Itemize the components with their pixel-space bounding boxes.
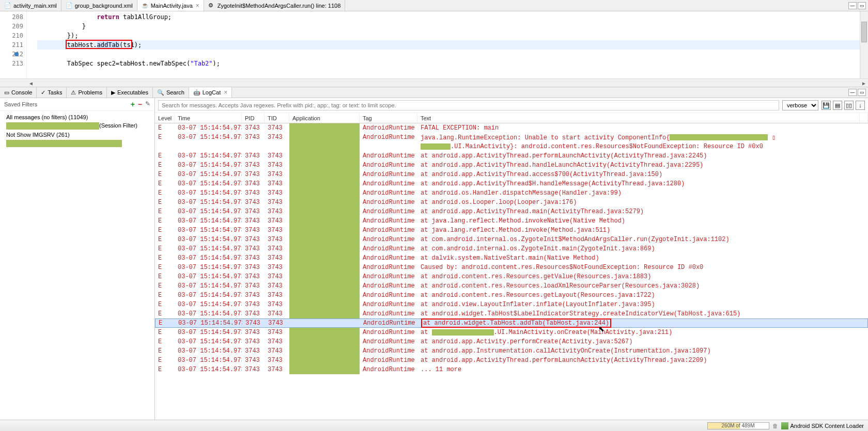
add-filter-icon[interactable]: + (131, 100, 135, 108)
minimize-panel-button[interactable]: — (848, 89, 857, 96)
code-editor[interactable]: 208209210211212213 return tab1AllGroup; … (0, 11, 868, 78)
clear-log-icon[interactable]: ▤ (833, 101, 842, 110)
view-tab-icon: ▭ (4, 89, 9, 96)
breakpoint-marker[interactable] (14, 52, 19, 56)
view-tab-console[interactable]: ▭Console (0, 87, 37, 98)
file-icon: ⚙ (208, 2, 215, 9)
file-icon: 📄 (66, 2, 73, 9)
view-tab-tasks[interactable]: ✓Tasks (37, 87, 67, 98)
log-row[interactable]: E03-07 15:14:54.97337433743AndroidRuntim… (155, 365, 868, 374)
log-row[interactable]: E03-07 15:14:54.97337433743AndroidRuntim… (155, 281, 868, 291)
filter-item-0[interactable]: All messages (no filters) (11049) (4, 113, 150, 121)
log-row[interactable]: .UI.MainActivity}: android.content.res.R… (155, 142, 868, 151)
view-tab-label: Problems (78, 89, 102, 95)
log-table-header: Level Time PID TID Application Tag Text (155, 113, 868, 123)
edit-filter-icon[interactable]: ✎ (145, 100, 150, 108)
view-tab-label: Console (11, 89, 32, 95)
log-row[interactable]: E03-07 15:14:54.97337433743AndroidRuntim… (155, 318, 868, 328)
view-tab-label: LogCat (203, 89, 221, 95)
saved-filters-title: Saved Filters (4, 101, 131, 107)
log-row[interactable]: E03-07 15:14:54.97337433743AndroidRuntim… (155, 170, 868, 179)
status-loader-text: Android SDK Content Loader (791, 423, 864, 429)
log-row[interactable]: E03-07 15:14:54.97337433743AndroidRuntim… (155, 300, 868, 309)
log-row[interactable]: E03-07 15:14:54.97337433743AndroidRuntim… (155, 337, 868, 346)
editor-tab-bar: 📄activity_main.xml📄group_background.xml☕… (0, 0, 868, 11)
editor-vertical-scrollbar[interactable] (860, 11, 868, 78)
view-tab-icon: ✓ (41, 89, 45, 96)
log-row[interactable]: E03-07 15:14:54.97337433743AndroidRuntim… (155, 198, 868, 207)
log-row[interactable]: E03-07 15:14:54.97337433743AndroidRuntim… (155, 346, 868, 356)
log-row[interactable]: E03-07 15:14:54.97337433743AndroidRuntim… (155, 244, 868, 253)
log-row[interactable]: E03-07 15:14:54.97337433743AndroidRuntim… (155, 309, 868, 318)
saved-filters-panel: Saved Filters + − ✎ All messages (no fil… (0, 98, 155, 420)
remove-filter-icon[interactable]: − (138, 100, 142, 108)
views-tab-bar: ▭Console✓Tasks⚠Problems▶Executables🔍Sear… (0, 87, 868, 98)
col-header-app[interactable]: Application (289, 113, 360, 123)
view-tab-label: Executables (117, 89, 148, 95)
tab-label: MainActivity.java (151, 3, 193, 9)
col-header-pid[interactable]: PID (242, 113, 265, 123)
col-header-text[interactable]: Text (417, 113, 860, 123)
editor-horizontal-scrollbar[interactable]: ◄ ► (0, 78, 868, 87)
log-row[interactable]: E03-07 15:14:54.97337433743AndroidRuntim… (155, 216, 868, 226)
file-icon: 📄 (4, 2, 11, 9)
log-rows-container[interactable]: E03-07 15:14:54.97337433743AndroidRuntim… (155, 123, 868, 374)
line-number-gutter: 208209210211212213 (0, 11, 27, 78)
view-tab-executables[interactable]: ▶Executables (107, 87, 153, 98)
log-row[interactable]: E03-07 15:14:54.97337433743AndroidRuntim… (155, 188, 868, 198)
col-header-tag[interactable]: Tag (360, 113, 417, 123)
log-level-select[interactable]: verbose (782, 100, 818, 110)
tab-label: group_background.xml (75, 3, 133, 9)
log-row[interactable]: E03-07 15:14:54.97337433743AndroidRuntim… (155, 356, 868, 365)
editor-tab-3[interactable]: ⚙ZygoteInit$MethodAndArgsCaller.run() li… (204, 0, 345, 11)
file-icon: ☕ (142, 2, 149, 9)
close-icon[interactable]: × (224, 89, 227, 96)
log-row[interactable]: E03-07 15:14:54.97337433743AndroidRuntim… (155, 263, 868, 272)
log-row[interactable]: E03-07 15:14:54.97337433743AndroidRuntim… (155, 291, 868, 300)
log-row[interactable]: E03-07 15:14:54.97337433743AndroidRuntim… (155, 133, 868, 142)
view-tab-icon: 🔍 (157, 89, 164, 96)
log-row[interactable]: E03-07 15:14:54.97337433743AndroidRuntim… (155, 151, 868, 161)
close-icon[interactable]: × (196, 2, 199, 9)
log-row[interactable]: E03-07 15:14:54.97337433743AndroidRuntim… (155, 272, 868, 281)
log-row[interactable]: E03-07 15:14:54.97337433743AndroidRuntim… (155, 328, 868, 337)
minimize-view-button[interactable]: — (848, 2, 857, 9)
view-tab-label: Search (166, 89, 184, 95)
memory-gauge[interactable]: 260M of 489M (707, 422, 769, 429)
view-tab-logcat[interactable]: 🤖LogCat× (189, 87, 233, 98)
view-tab-label: Tasks (48, 89, 62, 95)
logcat-search-input[interactable] (158, 100, 779, 110)
filter-item-3[interactable] (4, 139, 150, 148)
view-tab-icon: ⚠ (71, 89, 76, 96)
status-bar: 260M of 489M 🗑 Android SDK Content Loade… (0, 420, 868, 431)
editor-tab-2[interactable]: ☕MainActivity.java× (137, 0, 204, 11)
log-row[interactable]: E03-07 15:14:54.97337433743AndroidRuntim… (155, 235, 868, 244)
col-header-time[interactable]: Time (175, 113, 242, 123)
view-tab-problems[interactable]: ⚠Problems (67, 87, 106, 98)
log-row[interactable]: E03-07 15:14:54.97337433743AndroidRuntim… (155, 253, 868, 263)
view-tab-icon: ▶ (111, 89, 115, 96)
filter-item-2[interactable]: Not Show IMGSRV (261) (4, 131, 150, 139)
view-tab-search[interactable]: 🔍Search (153, 87, 189, 98)
gc-trash-icon[interactable]: 🗑 (772, 423, 778, 429)
logcat-panel: Saved Filters + − ✎ All messages (no fil… (0, 98, 868, 420)
log-row[interactable]: E03-07 15:14:54.97337433743AndroidRuntim… (155, 161, 868, 170)
android-loader-icon (781, 422, 788, 429)
maximize-panel-button[interactable]: ▭ (858, 89, 866, 96)
tab-label: activity_main.xml (13, 3, 57, 9)
editor-tab-0[interactable]: 📄activity_main.xml (0, 0, 61, 11)
tab-label: ZygoteInit$MethodAndArgsCaller.run() lin… (218, 3, 340, 9)
log-row[interactable]: E03-07 15:14:54.97337433743AndroidRuntim… (155, 207, 868, 216)
log-row[interactable]: E03-07 15:14:54.97337433743AndroidRuntim… (155, 123, 868, 133)
editor-tab-1[interactable]: 📄group_background.xml (61, 0, 137, 11)
col-header-level[interactable]: Level (155, 113, 175, 123)
save-log-icon[interactable]: 💾 (822, 101, 831, 110)
display-mode-icon[interactable]: ▯▯ (844, 101, 854, 110)
col-header-tid[interactable]: TID (265, 113, 289, 123)
log-row[interactable]: E03-07 15:14:54.97337433743AndroidRuntim… (155, 226, 868, 235)
view-tab-icon: 🤖 (193, 89, 200, 96)
filter-item-1[interactable]: (Session Filter) (4, 121, 150, 131)
maximize-view-button[interactable]: ▭ (858, 2, 866, 9)
scroll-lock-icon[interactable]: ↓ (856, 101, 865, 110)
log-row[interactable]: E03-07 15:14:54.97337433743AndroidRuntim… (155, 179, 868, 188)
